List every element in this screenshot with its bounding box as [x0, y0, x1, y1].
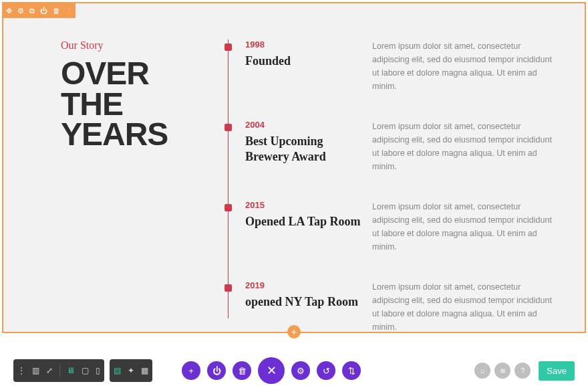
magic-icon[interactable]: ✦ — [128, 366, 134, 375]
timeline-marker-icon — [225, 204, 232, 211]
stack-button[interactable]: ≋ — [494, 363, 510, 379]
search-button[interactable]: ⌕ — [474, 363, 490, 379]
timeline-year: 2019 — [245, 280, 364, 290]
settings-button[interactable]: ⚙ — [291, 361, 310, 380]
timeline-item-head: 2019 opened NY Tap Room — [245, 280, 372, 334]
duplicate-icon[interactable]: ⧉ — [29, 7, 35, 15]
timeline-desc: Lorem ipsum dolor sit amet, consectetur … — [372, 120, 553, 173]
timeline: 1998 Founded Lorem ipsum dolor sit amet,… — [214, 39, 553, 318]
close-button[interactable]: ✕ — [258, 357, 285, 384]
help-button[interactable]: ? — [514, 363, 531, 379]
action-buttons-group: + ⏻ 🗑 ✕ ⚙ ↺ ⇅ — [182, 357, 361, 384]
section-frame[interactable]: ✥ ⚙ ⧉ ⏻ 🗑 ⋮ Our Story OVER THE YEARS 199… — [2, 2, 586, 333]
timeline-item: 2019 opened NY Tap Room Lorem ipsum dolo… — [214, 280, 553, 334]
timeline-marker-icon — [225, 124, 232, 131]
plus-icon: + — [291, 326, 297, 337]
trash-icon[interactable]: 🗑 — [53, 7, 60, 15]
timeline-desc: Lorem ipsum dolor sit amet, consectetur … — [372, 280, 553, 334]
timeline-marker-icon — [225, 284, 232, 292]
section-content: Our Story OVER THE YEARS 1998 Founded Lo… — [61, 39, 553, 318]
timeline-item-head: 2004 Best Upcoming Brewery Award — [245, 120, 372, 173]
timeline-title: Best Upcoming Brewery Award — [245, 134, 364, 165]
trash-icon: 🗑 — [238, 366, 247, 376]
section-toolbar: ✥ ⚙ ⧉ ⏻ 🗑 ⋮ — [3, 3, 76, 18]
plus-icon: + — [188, 366, 194, 376]
builder-bottom-bar: ⋮ ▥ ⤢ 🖥 ▢ ▯ ▤ ✦ ▦ + ⏻ 🗑 ✕ ⚙ ↺ ⇅ ⌕ ≋ ? Sa… — [0, 356, 588, 385]
page-title: OVER THE YEARS — [61, 58, 201, 150]
layer-controls-group: ▤ ✦ ▦ — [110, 359, 152, 382]
history-button[interactable]: ↺ — [317, 361, 335, 380]
tablet-icon[interactable]: ▢ — [82, 366, 89, 375]
kicker-text: Our Story — [61, 39, 201, 52]
power-icon: ⏻ — [212, 366, 221, 376]
search-icon: ⌕ — [480, 367, 485, 375]
timeline-title: Opened LA Tap Room — [245, 214, 364, 229]
close-icon: ✕ — [267, 363, 277, 378]
timeline-item: 2015 Opened LA Tap Room Lorem ipsum dolo… — [214, 200, 553, 254]
power-button[interactable]: ⏻ — [207, 361, 226, 380]
timeline-item: 1998 Founded Lorem ipsum dolor sit amet,… — [214, 39, 553, 93]
timeline-item-head: 2015 Opened LA Tap Room — [245, 200, 372, 254]
trash-button[interactable]: 🗑 — [233, 361, 251, 380]
add-section-button[interactable]: + — [287, 325, 301, 338]
stack-icon: ≋ — [500, 367, 506, 375]
view-controls-group: ⋮ ▥ ⤢ 🖥 ▢ ▯ — [13, 359, 104, 382]
layers-icon[interactable]: ▤ — [114, 366, 121, 375]
right-controls-group: ⌕ ≋ ? Save — [474, 361, 575, 381]
separator — [59, 364, 60, 377]
more-icon[interactable]: ⋮ — [65, 7, 73, 15]
timeline-desc: Lorem ipsum dolor sit amet, consectetur … — [372, 200, 553, 254]
gear-icon: ⚙ — [297, 366, 305, 376]
more-icon[interactable]: ⋮ — [17, 366, 25, 375]
timeline-item: 2004 Best Upcoming Brewery Award Lorem i… — [214, 120, 553, 173]
timeline-marker-icon — [225, 43, 232, 51]
desktop-icon[interactable]: 🖥 — [67, 366, 75, 375]
timeline-desc: Lorem ipsum dolor sit amet, consectetur … — [372, 39, 553, 93]
add-button[interactable]: + — [182, 361, 200, 380]
grid-icon[interactable]: ▦ — [141, 366, 148, 375]
builder-canvas: ✥ ⚙ ⧉ ⏻ 🗑 ⋮ Our Story OVER THE YEARS 199… — [0, 0, 588, 392]
help-icon: ? — [521, 367, 525, 375]
timeline-year: 2015 — [245, 200, 364, 210]
clock-icon: ↺ — [323, 366, 330, 376]
power-icon[interactable]: ⏻ — [40, 7, 47, 15]
timeline-item-head: 1998 Founded — [245, 39, 372, 93]
phone-icon[interactable]: ▯ — [96, 366, 100, 375]
timeline-title: Founded — [245, 54, 364, 69]
timeline-title: opened NY Tap Room — [245, 294, 364, 310]
save-button[interactable]: Save — [539, 361, 575, 381]
sort-icon: ⇅ — [348, 366, 355, 376]
wireframe-icon[interactable]: ▥ — [32, 366, 39, 375]
sort-button[interactable]: ⇅ — [342, 361, 361, 380]
gear-icon[interactable]: ⚙ — [17, 7, 24, 15]
move-icon[interactable]: ✥ — [6, 7, 12, 15]
heading-column: Our Story OVER THE YEARS — [61, 39, 214, 318]
timeline-year: 1998 — [245, 39, 364, 50]
zoom-icon[interactable]: ⤢ — [46, 366, 53, 375]
timeline-year: 2004 — [245, 120, 364, 130]
